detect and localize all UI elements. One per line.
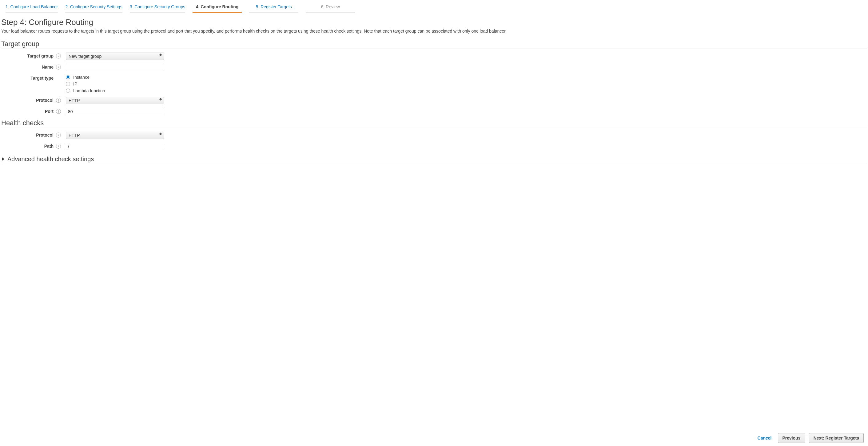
page-title: Step 4: Configure Routing <box>1 18 867 27</box>
select-hc-protocol[interactable]: HTTP <box>66 132 164 139</box>
info-icon[interactable]: i <box>56 109 61 114</box>
row-hc-protocol: Protocol i HTTP <box>1 132 867 139</box>
info-icon[interactable]: i <box>56 144 61 149</box>
row-target-group: Target group i New target group <box>1 53 867 60</box>
section-health-checks-title: Health checks <box>1 119 867 128</box>
select-target-group[interactable]: New target group <box>66 53 164 60</box>
row-port: Port i <box>1 108 867 115</box>
page-description: Your load balancer routes requests to th… <box>1 28 867 34</box>
label-hc-path: Path <box>1 143 56 149</box>
wizard-step-1[interactable]: 1. Configure Load Balancer <box>5 2 58 12</box>
expander-advanced-health-checks[interactable]: Advanced health check settings <box>2 156 867 164</box>
wizard-step-2[interactable]: 2. Configure Security Settings <box>65 2 122 12</box>
info-icon[interactable]: i <box>56 133 61 137</box>
chevron-updown-icon <box>158 133 163 135</box>
wizard-step-3[interactable]: 3. Configure Security Groups <box>130 2 185 12</box>
radio-ip-label: IP <box>73 82 77 87</box>
wizard-steps: 1. Configure Load Balancer 2. Configure … <box>1 0 867 12</box>
chevron-updown-icon <box>158 98 163 101</box>
row-hc-path: Path i <box>1 143 867 150</box>
triangle-right-icon <box>2 157 4 161</box>
input-port[interactable] <box>66 108 164 115</box>
label-protocol: Protocol <box>1 97 56 103</box>
label-target-type: Target type <box>1 75 56 81</box>
label-target-group: Target group <box>1 53 56 58</box>
chevron-updown-icon <box>158 54 163 56</box>
label-hc-protocol: Protocol <box>1 132 56 137</box>
info-icon[interactable]: i <box>56 98 61 103</box>
row-name: Name i <box>1 64 867 71</box>
wizard-step-5[interactable]: 5. Register Targets <box>249 2 298 12</box>
radio-lambda[interactable] <box>66 89 70 93</box>
row-target-type: Target type Instance IP Lambda function <box>1 75 867 93</box>
input-name[interactable] <box>66 64 164 71</box>
section-target-group-title: Target group <box>1 40 867 49</box>
label-port: Port <box>1 108 56 114</box>
expander-advanced-label: Advanced health check settings <box>7 156 94 163</box>
wizard-step-4[interactable]: 4. Configure Routing <box>192 2 242 12</box>
radio-group-target-type: Instance IP Lambda function <box>66 75 105 93</box>
input-hc-path[interactable] <box>66 143 164 150</box>
wizard-step-6: 6. Review <box>306 2 355 12</box>
select-protocol[interactable]: HTTP <box>66 97 164 104</box>
radio-lambda-label: Lambda function <box>73 88 105 93</box>
label-name: Name <box>1 64 56 69</box>
info-icon[interactable]: i <box>56 54 61 58</box>
select-protocol-value: HTTP <box>69 98 80 103</box>
radio-instance-label: Instance <box>73 75 90 79</box>
row-protocol: Protocol i HTTP <box>1 97 867 104</box>
select-target-group-value: New target group <box>69 54 101 59</box>
radio-instance[interactable] <box>66 75 70 79</box>
select-hc-protocol-value: HTTP <box>69 133 80 138</box>
radio-ip[interactable] <box>66 82 70 86</box>
info-icon[interactable]: i <box>56 65 61 69</box>
